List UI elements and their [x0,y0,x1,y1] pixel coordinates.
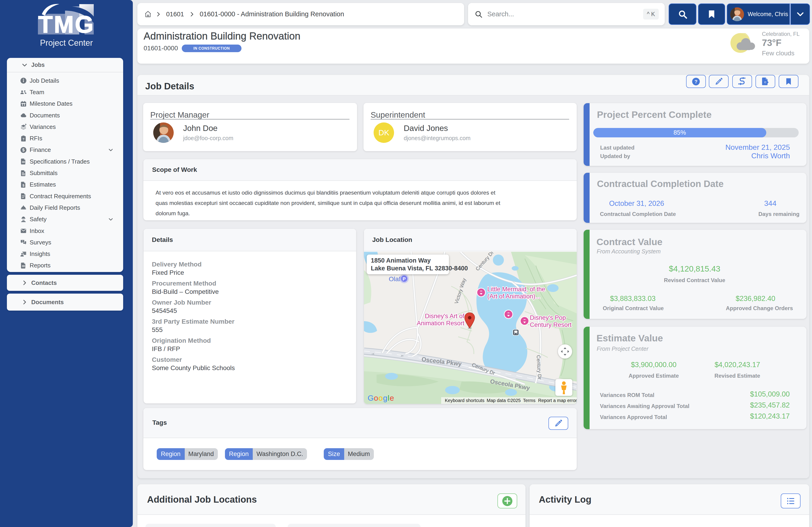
svg-text:l: l [388,394,390,402]
svg-text:(Art of Animation)...: (Art of Animation)... [487,293,540,300]
svg-text:Map data ©2025: Map data ©2025 [487,398,521,403]
svg-text:?: ? [23,137,25,141]
svg-text:Disney's Art of: Disney's Art of [425,313,464,320]
svg-text:1850 Animation Way: 1850 Animation Way [371,257,431,264]
svg-text:Little Mermaid, of the: Little Mermaid, of the [487,286,545,293]
svg-text:Century Resort: Century Resort [530,321,572,328]
svg-text:Terms: Terms [523,398,535,403]
svg-text:e: e [390,394,394,402]
svg-text:Keyboard shortcuts: Keyboard shortcuts [445,398,484,403]
svg-text:P: P [403,276,406,281]
svg-text:Disney's Pop: Disney's Pop [530,314,566,321]
svg-text:Animation Resort: Animation Resort [417,320,465,327]
svg-text:g: g [383,394,387,402]
svg-text:o: o [374,394,378,402]
svg-text:Lake Buena Vista, FL 32830-840: Lake Buena Vista, FL 32830-8400 [371,265,468,272]
svg-text:G: G [368,394,374,402]
svg-text:o: o [378,394,383,402]
svg-text:Olaf: Olaf [389,276,401,282]
svg-text:$: $ [23,183,25,187]
svg-text:?: ? [694,79,697,84]
svg-text:?: ? [22,240,23,243]
svg-text:$: $ [22,147,25,152]
svg-text:Report a map error: Report a map error [538,398,577,403]
svg-text:TMG: TMG [38,11,92,36]
